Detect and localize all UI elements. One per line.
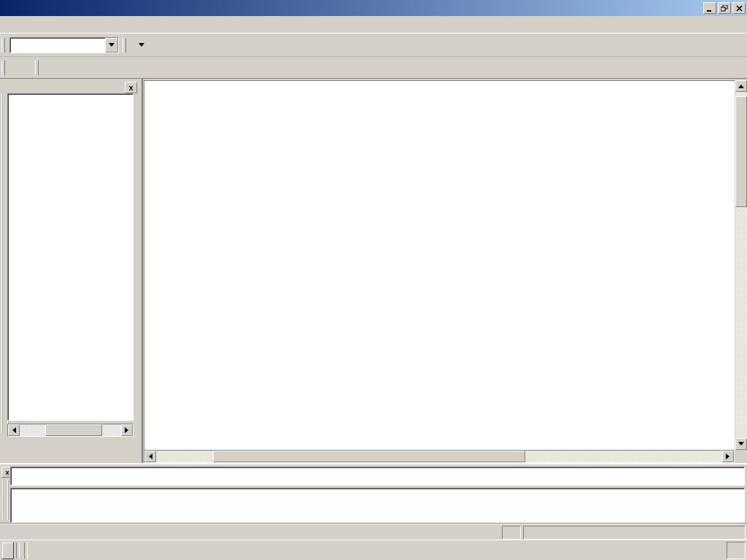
- toc-close-button[interactable]: x: [125, 82, 137, 93]
- coordinate-readout: [523, 526, 746, 540]
- arrow-right-icon: [726, 454, 732, 459]
- status-bar: [0, 523, 747, 540]
- title-bar: [0, 0, 747, 16]
- taskbar-divider: [24, 542, 28, 559]
- map-vertical-scrollbar[interactable]: [735, 80, 747, 450]
- close-button[interactable]: [732, 2, 746, 14]
- scroll-thumb[interactable]: [735, 96, 747, 207]
- scroll-left-button[interactable]: [8, 424, 20, 436]
- tools-toolbar: [0, 57, 747, 79]
- scroll-right-button[interactable]: [722, 451, 734, 462]
- arrow-left-icon: [146, 454, 152, 459]
- docked-results-panel: x: [0, 463, 747, 523]
- menu-bar: [0, 16, 747, 34]
- panel-grip[interactable]: [2, 481, 9, 520]
- toolbar-grip[interactable]: [123, 38, 126, 52]
- map-bottom-bar: [144, 450, 735, 463]
- map-drawing: [144, 81, 735, 450]
- map-view[interactable]: [144, 80, 735, 450]
- standard-toolbar: [0, 34, 747, 57]
- status-cell: [502, 526, 521, 540]
- map-frame: [143, 79, 747, 463]
- taskbar-divider: [16, 542, 20, 559]
- arcmap-window: x x: [0, 0, 747, 560]
- start-button[interactable]: [1, 542, 14, 559]
- scroll-up-button[interactable]: [735, 80, 747, 92]
- chevron-down-icon: [109, 43, 115, 50]
- taskbar: [0, 540, 747, 560]
- system-tray: [727, 542, 746, 559]
- arrow-up-icon: [738, 82, 744, 88]
- arrow-left-icon: [9, 427, 16, 433]
- chevron-down-icon: [139, 43, 144, 50]
- arrow-down-icon: [738, 442, 744, 448]
- table-of-contents-panel: x: [0, 79, 143, 463]
- map-scale-combo[interactable]: [9, 37, 119, 53]
- toolbar-grip[interactable]: [1, 61, 5, 75]
- scroll-right-button[interactable]: [121, 424, 133, 436]
- dock-textbox-bottom[interactable]: [10, 488, 745, 523]
- scroll-thumb[interactable]: [45, 424, 102, 436]
- toolbar-grip[interactable]: [35, 61, 39, 75]
- scroll-down-button[interactable]: [735, 438, 747, 450]
- spatial-adjustment-menu[interactable]: [130, 39, 149, 51]
- map-horizontal-scrollbar[interactable]: [144, 450, 735, 463]
- minimize-button[interactable]: [703, 2, 716, 14]
- restore-button[interactable]: [718, 2, 731, 14]
- arrow-right-icon: [125, 427, 131, 433]
- toolbar-grip[interactable]: [1, 38, 5, 52]
- scroll-thumb[interactable]: [213, 451, 526, 462]
- toc-horizontal-scrollbar[interactable]: [7, 424, 133, 437]
- dock-textbox-top[interactable]: [10, 467, 745, 486]
- layers-tree: [7, 93, 133, 421]
- scroll-left-button[interactable]: [144, 451, 156, 462]
- scale-dropdown-button[interactable]: [105, 38, 118, 52]
